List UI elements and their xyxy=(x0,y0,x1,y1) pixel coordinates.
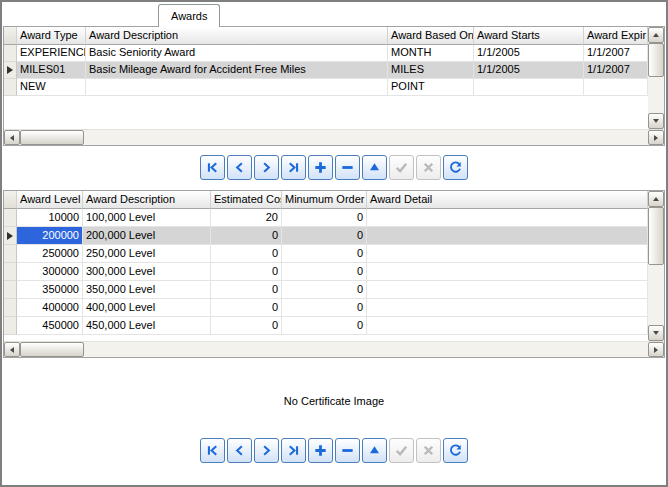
grid-cell[interactable]: 1/1/2005 xyxy=(474,45,584,62)
table-row[interactable]: 450000450,000 Level00 xyxy=(4,317,648,335)
nav-cancel-button[interactable] xyxy=(416,438,441,463)
scroll-up-button[interactable] xyxy=(648,191,664,207)
nav-cancel-button[interactable] xyxy=(416,155,441,180)
scroll-left-button[interactable] xyxy=(4,342,20,357)
grid-cell[interactable]: 0 xyxy=(211,263,282,281)
grid-cell[interactable]: POINT xyxy=(388,79,474,96)
column-header-award-based-on[interactable]: Award Based On xyxy=(388,27,474,45)
vertical-scroll-thumb[interactable] xyxy=(648,43,664,77)
grid-cell[interactable]: 0 xyxy=(282,227,367,245)
nav-next-button[interactable] xyxy=(254,155,279,180)
horizontal-scroll-thumb[interactable] xyxy=(20,130,84,145)
grid-cell[interactable]: 0 xyxy=(211,227,282,245)
scroll-up-button[interactable] xyxy=(648,27,664,43)
grid-cell[interactable]: 0 xyxy=(211,317,282,335)
awards-grid-horizontal-scrollbar[interactable] xyxy=(4,129,664,145)
table-row[interactable]: 200000200,000 Level00 xyxy=(4,227,648,245)
grid-cell[interactable]: 0 xyxy=(282,281,367,299)
grid-cell[interactable]: 1/1/2007 xyxy=(584,62,648,79)
nav-first-button[interactable] xyxy=(200,438,225,463)
grid-cell[interactable]: 0 xyxy=(211,299,282,317)
nav-insert-button[interactable] xyxy=(308,155,333,180)
nav-post-button[interactable] xyxy=(389,438,414,463)
scroll-right-button[interactable] xyxy=(648,342,664,357)
nav-delete-button[interactable] xyxy=(335,438,360,463)
grid-cell[interactable]: 450000 xyxy=(17,317,83,335)
grid-cell[interactable]: 350,000 Level xyxy=(83,281,211,299)
grid-cell[interactable]: MILES01 xyxy=(17,62,86,79)
column-header-minumum-order[interactable]: Minumum Order xyxy=(282,191,367,209)
grid-cell[interactable] xyxy=(367,245,648,263)
nav-first-button[interactable] xyxy=(200,155,225,180)
grid-cell[interactable]: 0 xyxy=(282,317,367,335)
vertical-scroll-track[interactable] xyxy=(648,43,664,113)
grid-cell[interactable]: EXPERIENCE xyxy=(17,45,86,62)
grid-cell[interactable]: 200,000 Level xyxy=(83,227,211,245)
vertical-scroll-thumb[interactable] xyxy=(648,207,664,265)
table-row[interactable]: 400000400,000 Level00 xyxy=(4,299,648,317)
nav-edit-button[interactable] xyxy=(362,155,387,180)
grid-cell[interactable] xyxy=(474,79,584,96)
grid-cell[interactable] xyxy=(367,317,648,335)
table-row[interactable]: 350000350,000 Level00 xyxy=(4,281,648,299)
nav-prior-button[interactable] xyxy=(227,155,252,180)
grid-cell[interactable]: 100,000 Level xyxy=(83,209,211,227)
awards-grid-vertical-scrollbar[interactable] xyxy=(648,27,664,129)
nav-prior-button[interactable] xyxy=(227,438,252,463)
grid-cell[interactable] xyxy=(367,281,648,299)
grid-cell[interactable]: Basic Seniority Award xyxy=(86,45,388,62)
grid-cell[interactable]: 0 xyxy=(282,299,367,317)
column-header-award-starts[interactable]: Award Starts xyxy=(474,27,584,45)
grid-cell[interactable]: 0 xyxy=(211,245,282,263)
grid-cell[interactable]: 0 xyxy=(282,245,367,263)
award-levels-grid-horizontal-scrollbar[interactable] xyxy=(4,341,664,357)
scroll-right-button[interactable] xyxy=(648,130,664,145)
horizontal-scroll-thumb[interactable] xyxy=(20,342,84,357)
grid-cell[interactable]: 0 xyxy=(282,263,367,281)
grid-cell[interactable] xyxy=(367,227,648,245)
grid-cell[interactable]: 20 xyxy=(211,209,282,227)
nav-insert-button[interactable] xyxy=(308,438,333,463)
grid-cell[interactable]: 0 xyxy=(211,281,282,299)
focused-cell[interactable]: 200000 xyxy=(17,227,83,245)
table-row[interactable]: 300000300,000 Level00 xyxy=(4,263,648,281)
award-levels-grid-vertical-scrollbar[interactable] xyxy=(648,191,664,341)
column-header-award-level[interactable]: Award Level xyxy=(17,191,83,209)
grid-cell[interactable] xyxy=(367,263,648,281)
grid-cell[interactable]: 350000 xyxy=(17,281,83,299)
vertical-scroll-track[interactable] xyxy=(648,207,664,325)
grid-cell[interactable]: Basic Mileage Award for Accident Free Mi… xyxy=(86,62,388,79)
nav-edit-button[interactable] xyxy=(362,438,387,463)
scroll-left-button[interactable] xyxy=(4,130,20,145)
horizontal-scroll-track[interactable] xyxy=(20,130,648,145)
table-row[interactable]: MILES01Basic Mileage Award for Accident … xyxy=(4,62,648,79)
grid-cell[interactable]: NEW xyxy=(17,79,86,96)
column-header-award-description[interactable]: Award Description xyxy=(86,27,388,45)
grid-cell[interactable]: 300000 xyxy=(17,263,83,281)
scroll-down-button[interactable] xyxy=(648,113,664,129)
nav-refresh-button[interactable] xyxy=(443,155,468,180)
horizontal-scroll-track[interactable] xyxy=(20,342,648,357)
nav-next-button[interactable] xyxy=(254,438,279,463)
table-row[interactable]: EXPERIENCEBasic Seniority AwardMONTH1/1/… xyxy=(4,45,648,62)
grid-cell[interactable]: 400000 xyxy=(17,299,83,317)
nav-delete-button[interactable] xyxy=(335,155,360,180)
grid-cell[interactable]: MILES xyxy=(388,62,474,79)
table-row[interactable]: NEWPOINT xyxy=(4,79,648,96)
nav-post-button[interactable] xyxy=(389,155,414,180)
grid-cell[interactable]: MONTH xyxy=(388,45,474,62)
grid-cell[interactable]: 1/1/2005 xyxy=(474,62,584,79)
nav-last-button[interactable] xyxy=(281,155,306,180)
grid-cell[interactable]: 300,000 Level xyxy=(83,263,211,281)
grid-cell[interactable]: 10000 xyxy=(17,209,83,227)
grid-cell[interactable] xyxy=(367,299,648,317)
column-header-award-detail[interactable]: Award Detail xyxy=(367,191,648,209)
tab-awards[interactable]: Awards xyxy=(158,4,220,27)
nav-refresh-button[interactable] xyxy=(443,438,468,463)
grid-cell[interactable]: 250,000 Level xyxy=(83,245,211,263)
table-row[interactable]: 10000100,000 Level200 xyxy=(4,209,648,227)
grid-cell[interactable] xyxy=(367,209,648,227)
table-row[interactable]: 250000250,000 Level00 xyxy=(4,245,648,263)
nav-last-button[interactable] xyxy=(281,438,306,463)
grid-cell[interactable] xyxy=(86,79,388,96)
